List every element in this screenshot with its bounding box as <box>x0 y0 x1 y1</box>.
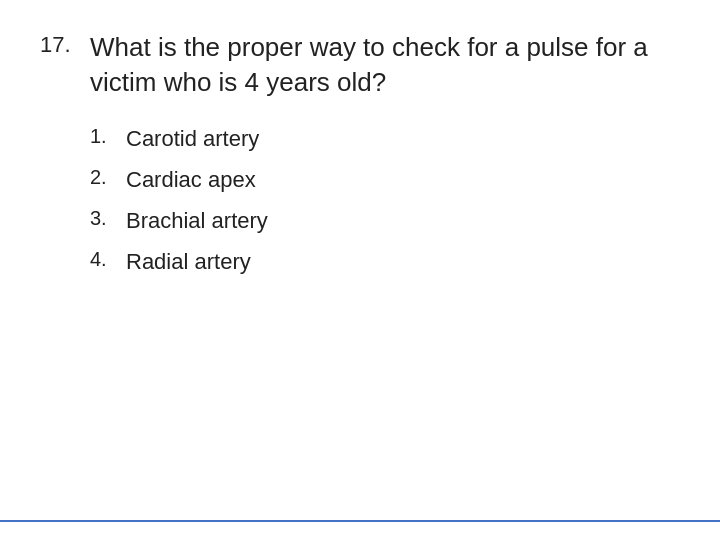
answer-item: 3.Brachial artery <box>90 206 680 237</box>
slide-container: 17. What is the proper way to check for … <box>0 0 720 540</box>
question-block: 17. What is the proper way to check for … <box>40 30 680 100</box>
answer-text: Radial artery <box>126 247 251 278</box>
answer-text: Brachial artery <box>126 206 268 237</box>
question-text: What is the proper way to check for a pu… <box>90 30 680 100</box>
answer-number: 4. <box>90 247 126 271</box>
answer-number: 2. <box>90 165 126 189</box>
question-number: 17. <box>40 30 90 58</box>
answer-text: Carotid artery <box>126 124 259 155</box>
bottom-line <box>0 520 720 522</box>
answer-item: 1.Carotid artery <box>90 124 680 155</box>
answers-block: 1.Carotid artery2.Cardiac apex3.Brachial… <box>40 124 680 287</box>
answer-text: Cardiac apex <box>126 165 256 196</box>
answer-item: 2.Cardiac apex <box>90 165 680 196</box>
answer-item: 4.Radial artery <box>90 247 680 278</box>
answer-number: 3. <box>90 206 126 230</box>
answer-number: 1. <box>90 124 126 148</box>
